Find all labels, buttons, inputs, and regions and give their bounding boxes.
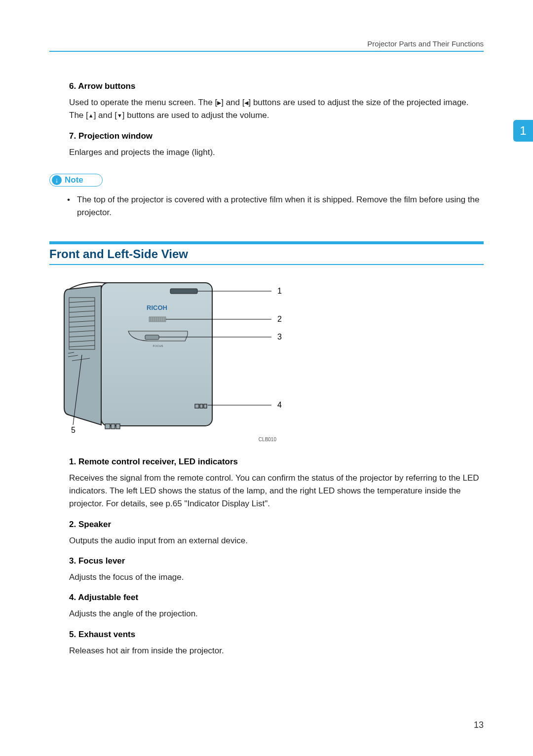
item-description: Releases hot air from inside the project… — [69, 644, 484, 657]
callout-2: 2 — [277, 315, 282, 323]
figure-code: CLB010 — [54, 437, 276, 442]
item-label: 4. Adjustable feet — [69, 593, 484, 603]
note-icon: ↓ — [52, 175, 62, 185]
note-label: Note — [65, 175, 83, 185]
item-description: Outputs the audio input from an external… — [69, 534, 484, 547]
callout-1: 1 — [277, 287, 282, 295]
item-5: 5. Exhaust vents Releases hot air from i… — [49, 630, 484, 657]
svg-rect-30 — [200, 404, 203, 408]
up-arrow-icon: ▲ — [88, 113, 94, 118]
item-label: 1. Remote control receiver, LED indicato… — [69, 457, 484, 467]
section-header: Front and Left-Side View — [49, 241, 484, 265]
svg-rect-1 — [170, 289, 197, 294]
top-item-6: 6. Arrow buttons Used to operate the men… — [49, 81, 484, 122]
svg-rect-11 — [145, 335, 159, 340]
svg-rect-28 — [116, 424, 120, 429]
section-top-rule — [49, 241, 484, 244]
item-label: 3. Focus lever — [69, 556, 484, 566]
item-description: Adjusts the angle of the projection. — [69, 607, 484, 620]
page-body: Projector Parts and Their Functions 6. A… — [49, 39, 484, 726]
svg-rect-31 — [204, 404, 207, 408]
note-text: The top of the projector is covered with… — [49, 193, 484, 220]
note-badge: ↓ Note — [49, 174, 103, 187]
item-description: Used to operate the menu screen. The [▶]… — [69, 96, 484, 122]
callout-3: 3 — [277, 333, 282, 341]
callout-4: 4 — [277, 401, 282, 409]
item-4: 4. Adjustable feet Adjusts the angle of … — [49, 593, 484, 620]
item-3: 3. Focus lever Adjusts the focus of the … — [49, 556, 484, 584]
item-1: 1. Remote control receiver, LED indicato… — [49, 457, 484, 511]
page-number: 13 — [474, 720, 484, 730]
section-title: Front and Left-Side View — [49, 247, 484, 265]
callout-5: 5 — [71, 426, 76, 434]
top-item-7: 7. Projection window Enlarges and projec… — [49, 131, 484, 159]
item-label: 2. Speaker — [69, 520, 484, 529]
down-arrow-icon: ▼ — [117, 113, 122, 118]
svg-rect-26 — [105, 424, 110, 429]
svg-rect-29 — [195, 404, 199, 408]
content-area: 6. Arrow buttons Used to operate the men… — [49, 81, 484, 657]
svg-rect-2 — [149, 317, 166, 322]
chapter-tab: 1 — [513, 120, 533, 142]
item-description: Enlarges and projects the image (light). — [69, 146, 484, 159]
figure-front-left-view: RICOH FOCUS — [54, 277, 484, 442]
item-description: Adjusts the focus of the image. — [69, 571, 484, 584]
item-2: 2. Speaker Outputs the audio input from … — [49, 520, 484, 547]
item-description: Receives the signal from the remote cont… — [69, 472, 484, 511]
running-header: Projector Parts and Their Functions — [49, 39, 484, 52]
focus-label: FOCUS — [153, 344, 163, 347]
item-label: 5. Exhaust vents — [69, 630, 484, 640]
svg-rect-27 — [111, 424, 115, 429]
item-label: 6. Arrow buttons — [69, 81, 484, 91]
right-arrow-icon: ▶ — [217, 100, 221, 106]
item-label: 7. Projection window — [69, 131, 484, 141]
brand-logo: RICOH — [147, 304, 167, 311]
